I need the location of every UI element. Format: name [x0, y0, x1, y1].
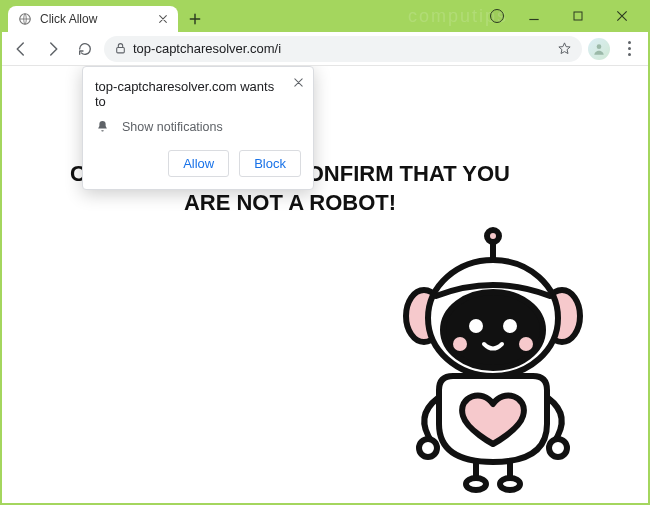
svg-point-14 [419, 439, 437, 457]
svg-point-11 [503, 319, 517, 333]
browser-window: Click Allow computips [2, 2, 648, 503]
block-button[interactable]: Block [239, 150, 301, 177]
svg-point-16 [466, 478, 486, 490]
browser-tab[interactable]: Click Allow [8, 6, 178, 32]
titlebar: Click Allow computips [2, 2, 648, 32]
robot-illustration [378, 226, 608, 503]
back-button[interactable] [8, 36, 34, 62]
svg-point-15 [549, 439, 567, 457]
lock-icon [114, 42, 127, 55]
page-content: CLICK «ALLOW» TO CONFIRM THAT YOU ARE NO… [2, 66, 648, 503]
bell-icon [95, 119, 110, 134]
svg-rect-2 [117, 47, 125, 52]
reload-button[interactable] [72, 36, 98, 62]
window-controls [490, 2, 646, 30]
prompt-origin-text: top-captcharesolver.com wants to [95, 79, 301, 109]
prompt-close-button[interactable] [289, 73, 307, 91]
tab-title: Click Allow [40, 12, 148, 26]
url-text: top-captcharesolver.com/i [133, 41, 551, 56]
notification-permission-prompt: top-captcharesolver.com wants to Show no… [82, 66, 314, 190]
prompt-permission-label: Show notifications [122, 120, 223, 134]
svg-point-10 [469, 319, 483, 333]
svg-point-12 [453, 337, 467, 351]
tab-close-icon[interactable] [156, 12, 170, 26]
maximize-button[interactable] [564, 4, 592, 28]
globe-icon [18, 12, 32, 26]
bookmark-star-icon[interactable] [557, 41, 572, 56]
headline-line-2: ARE NOT A ROBOT! [52, 189, 528, 218]
svg-point-17 [500, 478, 520, 490]
browser-toolbar: top-captcharesolver.com/i [2, 32, 648, 66]
minimize-button[interactable] [520, 4, 548, 28]
svg-point-3 [597, 44, 602, 49]
profile-avatar[interactable] [588, 38, 610, 60]
svg-point-13 [519, 337, 533, 351]
kebab-icon [628, 41, 631, 56]
close-window-button[interactable] [608, 4, 636, 28]
svg-point-9 [443, 292, 543, 368]
new-tab-button[interactable] [184, 8, 206, 30]
forward-button[interactable] [40, 36, 66, 62]
allow-button[interactable]: Allow [168, 150, 229, 177]
dot-icon[interactable] [490, 9, 504, 23]
address-bar[interactable]: top-captcharesolver.com/i [104, 36, 582, 62]
kebab-menu-button[interactable] [616, 36, 642, 62]
svg-rect-1 [574, 12, 582, 20]
